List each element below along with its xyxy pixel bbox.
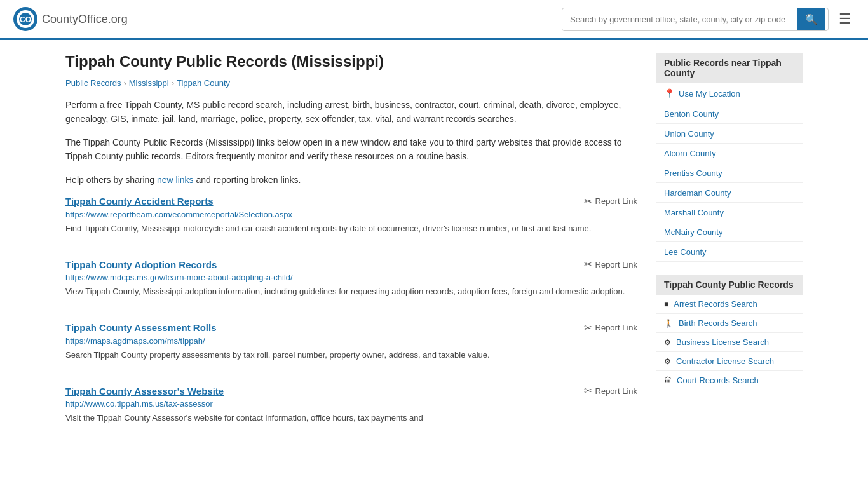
report-link-label: Report Link	[595, 196, 637, 206]
scissors-icon: ✂	[584, 322, 592, 334]
breadcrumb-public-records[interactable]: Public Records	[65, 78, 121, 88]
sidebar-record-item: 🏛 Court Records Search	[656, 371, 803, 390]
report-link-label: Report Link	[595, 323, 637, 332]
use-my-location-link[interactable]: Use My Location	[679, 89, 740, 98]
record-header: Tippah County Assessment Rolls ✂ Report …	[65, 322, 637, 334]
record-desc: Find Tippah County, Mississippi motorcyc…	[65, 222, 637, 235]
record-entry: Tippah County Assessor's Website ✂ Repor…	[65, 385, 637, 431]
sidebar-county-link[interactable]: Marshall County	[664, 208, 724, 217]
nearby-section: Public Records near Tippah County 📍 Use …	[656, 53, 803, 262]
sidebar: Public Records near Tippah County 📍 Use …	[656, 53, 803, 449]
search-bar: 🔍	[562, 8, 829, 31]
logo-area: CO CountyOffice.org	[13, 6, 128, 32]
record-entry: Tippah County Accident Reports ✂ Report …	[65, 196, 637, 241]
record-title[interactable]: Tippah County Accident Reports	[65, 196, 214, 207]
sidebar-county-link[interactable]: McNairy County	[664, 227, 722, 237]
logo-text: CountyOffice.org	[42, 13, 128, 26]
intro-paragraph-1: Perform a free Tippah County, MS public …	[65, 98, 637, 126]
public-records-list: ■ Arrest Records Search 🚶 Birth Records …	[656, 295, 803, 390]
record-title[interactable]: Tippah County Assessment Rolls	[65, 322, 217, 333]
intro-paragraph-2: The Tippah County Public Records (Missis…	[65, 135, 637, 164]
sidebar-county-link[interactable]: Alcorn County	[664, 149, 716, 158]
record-header: Tippah County Accident Reports ✂ Report …	[65, 196, 637, 207]
sidebar-record-link[interactable]: Business License Search	[676, 337, 769, 347]
record-type-icon: 🚶	[664, 319, 674, 328]
sidebar-county-item: Marshall County	[656, 203, 803, 222]
public-records-section: Tippah County Public Records ■ Arrest Re…	[656, 274, 803, 390]
sidebar-record-item: ⚙ Business License Search	[656, 333, 803, 352]
record-desc: View Tippah County, Mississippi adoption…	[65, 285, 637, 298]
sidebar-record-link[interactable]: Arrest Records Search	[674, 299, 757, 309]
record-type-icon: 🏛	[664, 376, 672, 385]
sidebar-county-item: Union County	[656, 124, 803, 144]
records-list: Tippah County Accident Reports ✂ Report …	[65, 196, 637, 431]
record-type-icon: ⚙	[664, 357, 671, 366]
record-desc: Search Tippah County property assessment…	[65, 349, 637, 362]
sidebar-record-link[interactable]: Court Records Search	[677, 376, 759, 385]
record-header: Tippah County Assessor's Website ✂ Repor…	[65, 385, 637, 396]
record-desc: Visit the Tippah County Assessor's websi…	[65, 412, 637, 424]
intro-paragraph-3: Help others by sharing new links and rep…	[65, 173, 637, 187]
site-header: CO CountyOffice.org 🔍 ☰	[0, 0, 868, 40]
search-button[interactable]: 🔍	[797, 8, 825, 30]
record-url[interactable]: https://maps.agdmaps.com/ms/tippah/	[65, 336, 637, 346]
sidebar-county-link[interactable]: Lee County	[664, 247, 707, 257]
report-link-label: Report Link	[595, 386, 637, 396]
sidebar-county-item: Benton County	[656, 104, 803, 124]
sidebar-county-item: Lee County	[656, 242, 803, 262]
svg-text:CO: CO	[20, 15, 31, 24]
header-right: 🔍 ☰	[562, 7, 855, 31]
nearby-counties-list: Benton CountyUnion CountyAlcorn CountyPr…	[656, 104, 803, 262]
sidebar-county-link[interactable]: Hardeman County	[664, 188, 731, 198]
sidebar-county-item: Hardeman County	[656, 183, 803, 203]
scissors-icon: ✂	[584, 196, 592, 207]
record-type-icon: ■	[664, 300, 668, 309]
content-area: Tippah County Public Records (Mississipp…	[65, 53, 637, 449]
public-records-section-title: Tippah County Public Records	[656, 274, 803, 295]
sidebar-county-item: Prentiss County	[656, 163, 803, 183]
sidebar-record-link[interactable]: Contractor License Search	[676, 356, 774, 366]
sidebar-county-link[interactable]: Benton County	[664, 109, 719, 119]
sidebar-record-item: 🚶 Birth Records Search	[656, 314, 803, 333]
record-title[interactable]: Tippah County Assessor's Website	[65, 386, 224, 396]
record-url[interactable]: https://www.reportbeam.com/ecommerceport…	[65, 210, 637, 219]
report-link-button[interactable]: ✂ Report Link	[584, 259, 637, 270]
breadcrumb: Public Records › Mississippi › Tippah Co…	[65, 78, 637, 88]
record-title[interactable]: Tippah County Adoption Records	[65, 259, 217, 270]
new-links-link[interactable]: new links	[157, 175, 194, 185]
breadcrumb-mississippi[interactable]: Mississippi	[129, 78, 169, 88]
record-entry: Tippah County Adoption Records ✂ Report …	[65, 259, 637, 304]
record-url[interactable]: https://www.mdcps.ms.gov/learn-more-abou…	[65, 273, 637, 282]
sidebar-county-item: Alcorn County	[656, 144, 803, 163]
record-type-icon: ⚙	[664, 338, 671, 347]
sidebar-county-item: McNairy County	[656, 222, 803, 242]
report-link-label: Report Link	[595, 260, 637, 269]
scissors-icon: ✂	[584, 259, 592, 270]
scissors-icon: ✂	[584, 385, 592, 396]
report-link-button[interactable]: ✂ Report Link	[584, 322, 637, 334]
report-link-button[interactable]: ✂ Report Link	[584, 385, 637, 396]
main-content: Tippah County Public Records (Mississipp…	[53, 40, 815, 461]
record-entry: Tippah County Assessment Rolls ✂ Report …	[65, 322, 637, 368]
use-location-row: 📍 Use My Location	[656, 83, 803, 104]
location-pin-icon: 📍	[664, 88, 675, 98]
breadcrumb-tippah-county[interactable]: Tippah County	[177, 78, 230, 88]
sidebar-record-item: ⚙ Contractor License Search	[656, 352, 803, 371]
hamburger-button[interactable]: ☰	[835, 7, 855, 31]
search-input[interactable]	[562, 10, 797, 29]
page-title: Tippah County Public Records (Mississipp…	[65, 53, 637, 71]
record-header: Tippah County Adoption Records ✂ Report …	[65, 259, 637, 270]
nearby-section-title: Public Records near Tippah County	[656, 53, 803, 83]
sidebar-county-link[interactable]: Union County	[664, 129, 714, 139]
report-link-button[interactable]: ✂ Report Link	[584, 196, 637, 207]
sidebar-record-link[interactable]: Birth Records Search	[679, 318, 757, 328]
record-url[interactable]: http://www.co.tippah.ms.us/tax-assessor	[65, 399, 637, 409]
sidebar-county-link[interactable]: Prentiss County	[664, 168, 722, 178]
logo-icon: CO	[13, 6, 38, 32]
sidebar-record-item: ■ Arrest Records Search	[656, 295, 803, 314]
